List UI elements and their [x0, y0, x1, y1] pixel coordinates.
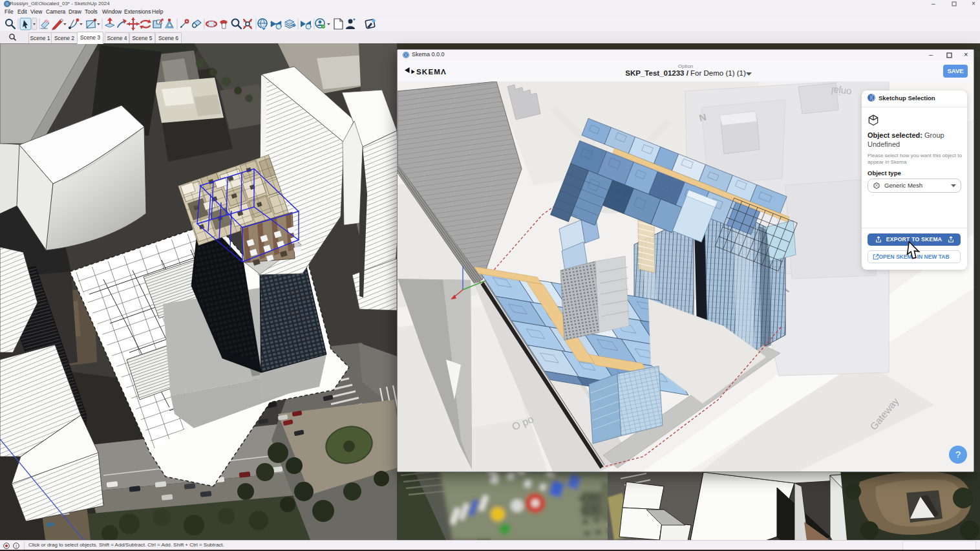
svg-text:i: i — [16, 544, 17, 548]
svg-text:onjal: onjal — [831, 85, 852, 98]
